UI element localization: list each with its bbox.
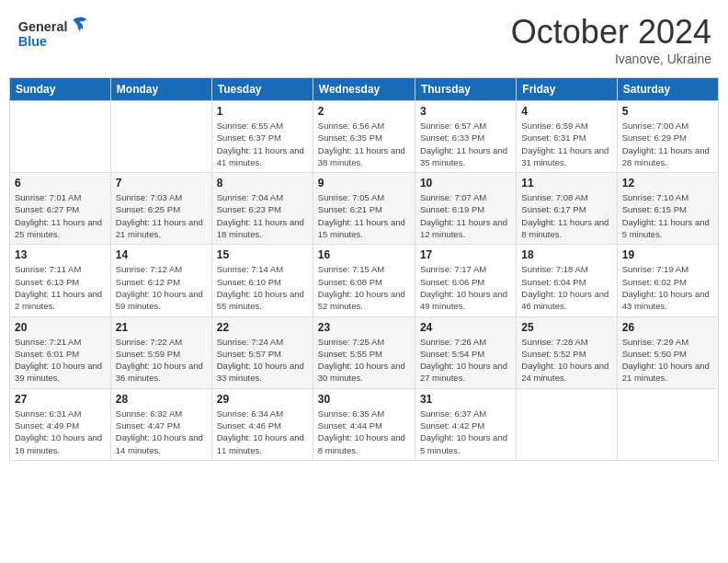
day-info: Sunrise: 6:59 AM Sunset: 6:31 PM Dayligh… — [521, 120, 611, 168]
day-cell: 30Sunrise: 6:35 AM Sunset: 4:44 PM Dayli… — [313, 388, 415, 460]
day-info: Sunrise: 7:11 AM Sunset: 6:13 PM Dayligh… — [15, 263, 106, 312]
day-info: Sunrise: 7:03 AM Sunset: 6:25 PM Dayligh… — [116, 191, 207, 240]
day-number: 19 — [622, 248, 713, 261]
logo-svg: General Blue — [17, 13, 99, 54]
day-number: 31 — [420, 393, 511, 406]
day-number: 11 — [521, 177, 611, 190]
day-cell: 2Sunrise: 6:56 AM Sunset: 6:35 PM Daylig… — [313, 101, 415, 173]
weekday-wednesday: Wednesday — [313, 78, 415, 101]
day-info: Sunrise: 7:14 AM Sunset: 6:10 PM Dayligh… — [217, 263, 308, 312]
day-cell: 4Sunrise: 6:59 AM Sunset: 6:31 PM Daylig… — [517, 101, 617, 173]
location-subtitle: Ivanove, Ukraine — [511, 52, 711, 66]
day-info: Sunrise: 7:25 AM Sunset: 5:55 PM Dayligh… — [318, 336, 410, 385]
week-row-4: 20Sunrise: 7:21 AM Sunset: 6:01 PM Dayli… — [10, 316, 719, 388]
day-number: 26 — [622, 321, 713, 334]
day-info: Sunrise: 7:05 AM Sunset: 6:21 PM Dayligh… — [318, 191, 410, 240]
day-cell: 18Sunrise: 7:18 AM Sunset: 6:04 PM Dayli… — [517, 245, 617, 316]
day-number: 29 — [217, 393, 308, 406]
day-number: 9 — [318, 177, 410, 190]
day-number: 22 — [217, 321, 308, 334]
day-cell: 11Sunrise: 7:08 AM Sunset: 6:17 PM Dayli… — [517, 173, 617, 245]
day-number: 21 — [116, 321, 207, 334]
day-cell: 13Sunrise: 7:11 AM Sunset: 6:13 PM Dayli… — [10, 245, 111, 316]
day-number: 17 — [420, 248, 511, 261]
day-info: Sunrise: 6:31 AM Sunset: 4:49 PM Dayligh… — [15, 408, 106, 456]
day-info: Sunrise: 7:07 AM Sunset: 6:19 PM Dayligh… — [420, 191, 511, 240]
day-cell — [10, 101, 111, 173]
day-info: Sunrise: 6:32 AM Sunset: 4:47 PM Dayligh… — [116, 408, 207, 456]
day-cell: 8Sunrise: 7:04 AM Sunset: 6:23 PM Daylig… — [211, 173, 313, 245]
weekday-tuesday: Tuesday — [211, 78, 313, 101]
day-info: Sunrise: 7:26 AM Sunset: 5:54 PM Dayligh… — [420, 336, 511, 385]
day-cell: 20Sunrise: 7:21 AM Sunset: 6:01 PM Dayli… — [10, 316, 111, 388]
day-cell: 23Sunrise: 7:25 AM Sunset: 5:55 PM Dayli… — [313, 316, 415, 388]
day-info: Sunrise: 7:12 AM Sunset: 6:12 PM Dayligh… — [116, 263, 207, 312]
logo: General Blue — [17, 13, 99, 54]
day-number: 18 — [521, 248, 611, 261]
weekday-monday: Monday — [110, 78, 211, 101]
day-cell: 26Sunrise: 7:29 AM Sunset: 5:50 PM Dayli… — [617, 316, 718, 388]
day-number: 27 — [15, 393, 106, 406]
month-title: October 2024 — [511, 13, 711, 52]
day-cell: 12Sunrise: 7:10 AM Sunset: 6:15 PM Dayli… — [617, 173, 718, 245]
day-number: 14 — [116, 248, 207, 261]
day-number: 5 — [622, 105, 713, 118]
day-number: 2 — [318, 105, 410, 118]
day-info: Sunrise: 6:34 AM Sunset: 4:46 PM Dayligh… — [217, 408, 308, 456]
day-info: Sunrise: 7:17 AM Sunset: 6:06 PM Dayligh… — [420, 263, 511, 312]
day-number: 8 — [217, 177, 308, 190]
week-row-3: 13Sunrise: 7:11 AM Sunset: 6:13 PM Dayli… — [10, 245, 719, 316]
day-cell: 6Sunrise: 7:01 AM Sunset: 6:27 PM Daylig… — [10, 173, 111, 245]
day-number: 30 — [318, 393, 410, 406]
day-number: 20 — [15, 321, 106, 334]
weekday-saturday: Saturday — [617, 78, 718, 101]
day-cell — [110, 101, 211, 173]
weekday-header-row: SundayMondayTuesdayWednesdayThursdayFrid… — [10, 78, 719, 101]
weekday-thursday: Thursday — [415, 78, 516, 101]
day-info: Sunrise: 6:57 AM Sunset: 6:33 PM Dayligh… — [420, 120, 511, 168]
calendar-body: 1Sunrise: 6:55 AM Sunset: 6:37 PM Daylig… — [10, 101, 719, 461]
day-cell: 22Sunrise: 7:24 AM Sunset: 5:57 PM Dayli… — [211, 316, 313, 388]
day-number: 24 — [420, 321, 511, 334]
day-info: Sunrise: 6:35 AM Sunset: 4:44 PM Dayligh… — [318, 408, 410, 456]
day-info: Sunrise: 7:24 AM Sunset: 5:57 PM Dayligh… — [217, 336, 308, 385]
day-cell: 25Sunrise: 7:28 AM Sunset: 5:52 PM Dayli… — [517, 316, 617, 388]
day-number: 25 — [521, 321, 611, 334]
day-cell: 15Sunrise: 7:14 AM Sunset: 6:10 PM Dayli… — [211, 245, 313, 316]
day-cell: 24Sunrise: 7:26 AM Sunset: 5:54 PM Dayli… — [415, 316, 516, 388]
day-number: 3 — [420, 105, 511, 118]
week-row-2: 6Sunrise: 7:01 AM Sunset: 6:27 PM Daylig… — [10, 173, 719, 245]
day-cell: 1Sunrise: 6:55 AM Sunset: 6:37 PM Daylig… — [211, 101, 313, 173]
day-number: 13 — [15, 248, 106, 261]
day-info: Sunrise: 6:37 AM Sunset: 4:42 PM Dayligh… — [420, 408, 511, 456]
day-cell: 28Sunrise: 6:32 AM Sunset: 4:47 PM Dayli… — [110, 388, 211, 460]
day-info: Sunrise: 6:55 AM Sunset: 6:37 PM Dayligh… — [217, 120, 308, 168]
day-cell: 5Sunrise: 7:00 AM Sunset: 6:29 PM Daylig… — [617, 101, 718, 173]
day-number: 7 — [116, 177, 207, 190]
day-info: Sunrise: 7:15 AM Sunset: 6:08 PM Dayligh… — [318, 263, 410, 312]
day-cell: 16Sunrise: 7:15 AM Sunset: 6:08 PM Dayli… — [313, 245, 415, 316]
day-number: 23 — [318, 321, 410, 334]
day-info: Sunrise: 7:04 AM Sunset: 6:23 PM Dayligh… — [217, 191, 308, 240]
day-info: Sunrise: 7:08 AM Sunset: 6:17 PM Dayligh… — [521, 191, 611, 240]
day-number: 16 — [318, 248, 410, 261]
title-block: October 2024 Ivanove, Ukraine — [511, 13, 711, 66]
week-row-5: 27Sunrise: 6:31 AM Sunset: 4:49 PM Dayli… — [10, 388, 719, 460]
day-number: 10 — [420, 177, 511, 190]
day-cell: 3Sunrise: 6:57 AM Sunset: 6:33 PM Daylig… — [415, 101, 516, 173]
day-number: 15 — [217, 248, 308, 261]
day-number: 6 — [15, 177, 106, 190]
day-cell: 27Sunrise: 6:31 AM Sunset: 4:49 PM Dayli… — [10, 388, 111, 460]
day-cell: 19Sunrise: 7:19 AM Sunset: 6:02 PM Dayli… — [617, 245, 718, 316]
weekday-sunday: Sunday — [10, 78, 111, 101]
day-info: Sunrise: 7:29 AM Sunset: 5:50 PM Dayligh… — [622, 336, 713, 385]
day-number: 1 — [217, 105, 308, 118]
day-info: Sunrise: 7:19 AM Sunset: 6:02 PM Dayligh… — [622, 263, 713, 312]
day-number: 4 — [521, 105, 611, 118]
day-info: Sunrise: 7:10 AM Sunset: 6:15 PM Dayligh… — [622, 191, 713, 240]
day-cell: 31Sunrise: 6:37 AM Sunset: 4:42 PM Dayli… — [415, 388, 516, 460]
day-cell: 10Sunrise: 7:07 AM Sunset: 6:19 PM Dayli… — [415, 173, 516, 245]
day-number: 28 — [116, 393, 207, 406]
calendar-table: SundayMondayTuesdayWednesdayThursdayFrid… — [9, 77, 719, 461]
day-cell: 17Sunrise: 7:17 AM Sunset: 6:06 PM Dayli… — [415, 245, 516, 316]
